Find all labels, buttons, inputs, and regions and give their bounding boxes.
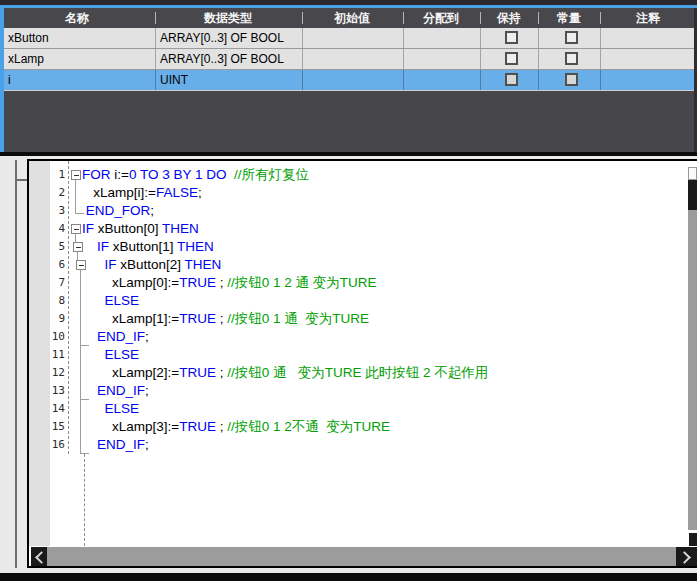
variable-row-xLamp[interactable]: xLampARRAY[0..3] OF BOOL xyxy=(4,49,694,70)
scroll-left-button[interactable] xyxy=(31,547,47,566)
code-line-14[interactable]: ELSE xyxy=(82,400,139,418)
header-separator xyxy=(302,12,303,24)
fold-marker[interactable] xyxy=(73,242,83,252)
fold-marker[interactable] xyxy=(71,170,81,180)
line-number-16: 16 xyxy=(29,436,65,454)
code-line-2[interactable]: xLamp[i]:=FALSE; xyxy=(82,184,202,202)
line-number-11: 11 xyxy=(29,346,65,364)
row-gridline xyxy=(480,49,481,69)
line-number-6: 6 xyxy=(29,256,65,274)
row-gridline xyxy=(538,49,539,69)
row-gridline xyxy=(155,70,156,90)
code-editor-panel: 12345678910111213141516 FOR i:=0 TO 3 BY… xyxy=(0,156,697,573)
fold-guide xyxy=(77,252,78,260)
column-header-1[interactable]: 名称 xyxy=(65,8,89,28)
variable-type[interactable]: ARRAY[0..3] OF BOOL xyxy=(160,28,284,48)
vertical-scrollbar-button[interactable] xyxy=(689,533,697,546)
row-gridline xyxy=(403,28,404,48)
line-number-3: 3 xyxy=(29,202,65,220)
retain-checkbox[interactable] xyxy=(505,73,518,86)
column-header-3[interactable]: 初始值 xyxy=(334,8,370,28)
fold-guide xyxy=(80,345,89,346)
fold-marker[interactable] xyxy=(76,260,86,270)
fold-guide xyxy=(75,213,84,214)
retain-checkbox[interactable] xyxy=(505,31,518,44)
constant-checkbox[interactable] xyxy=(565,73,578,86)
fold-guide xyxy=(75,180,76,214)
panel-border-left xyxy=(0,5,4,152)
variable-name[interactable]: xLamp xyxy=(8,49,44,69)
code-line-16[interactable]: END_IF; xyxy=(82,436,149,454)
variable-name[interactable]: i xyxy=(8,70,11,90)
row-gridline xyxy=(600,70,601,90)
code-line-3[interactable]: END_FOR; xyxy=(82,202,154,220)
variable-row-i[interactable]: iUINT xyxy=(4,70,694,91)
editor-border-bottom xyxy=(27,566,697,568)
retain-checkbox[interactable] xyxy=(505,52,518,65)
code-line-12[interactable]: xLamp[2]:=TRUE ; //按钮0 通 变为TURE 此时按钮 2 不… xyxy=(82,364,488,382)
code-line-7[interactable]: xLamp[0]:=TRUE ; //按钮0 1 2 通 变为TURE xyxy=(82,274,376,292)
variable-row-xButton[interactable]: xButtonARRAY[0..3] OF BOOL xyxy=(4,28,694,49)
code-line-10[interactable]: END_IF; xyxy=(82,328,149,346)
variable-type[interactable]: ARRAY[0..3] OF BOOL xyxy=(160,49,284,69)
line-number-5: 5 xyxy=(29,238,65,256)
line-number-12: 12 xyxy=(29,364,65,382)
row-gridline xyxy=(538,28,539,48)
fold-guide xyxy=(80,399,89,400)
row-gridline xyxy=(538,70,539,90)
variable-name[interactable]: xButton xyxy=(8,28,49,48)
code-line-11[interactable]: ELSE xyxy=(82,346,139,364)
row-gridline xyxy=(480,70,481,90)
line-number-9: 9 xyxy=(29,310,65,328)
gutter-separator-lower xyxy=(84,454,86,546)
column-header-4[interactable]: 分配到 xyxy=(423,8,459,28)
header-separator xyxy=(403,12,404,24)
row-gridline xyxy=(600,28,601,48)
line-number-7: 7 xyxy=(29,274,65,292)
constant-checkbox[interactable] xyxy=(565,52,578,65)
code-line-1[interactable]: FOR i:=0 TO 3 BY 1 DO //所有灯复位 xyxy=(82,166,309,184)
fold-guide xyxy=(80,453,89,454)
code-line-15[interactable]: xLamp[3]:=TRUE ; //按钮0 1 2不通 变为TURE xyxy=(82,418,390,436)
editor-border-top xyxy=(27,159,697,161)
margin-line xyxy=(15,160,17,568)
fold-guide xyxy=(80,270,81,454)
line-number-1: 1 xyxy=(29,166,65,184)
header-separator xyxy=(155,12,156,24)
row-gridline xyxy=(302,28,303,48)
scroll-right-button[interactable] xyxy=(676,547,697,566)
column-header-6[interactable]: 常量 xyxy=(557,8,581,28)
row-gridline xyxy=(155,28,156,48)
editor-split-handle[interactable] xyxy=(688,167,697,180)
fold-guide xyxy=(75,234,76,242)
line-number-13: 13 xyxy=(29,382,65,400)
table-header-row: 名称数据类型初始值分配到保持常量注释 xyxy=(4,8,694,28)
column-header-2[interactable]: 数据类型 xyxy=(204,8,252,28)
vertical-scrollbar-track[interactable] xyxy=(688,210,697,530)
code-line-13[interactable]: END_IF; xyxy=(82,382,149,400)
line-number-2: 2 xyxy=(29,184,65,202)
declaration-table-panel: 名称数据类型初始值分配到保持常量注释 xButtonARRAY[0..3] OF… xyxy=(0,5,697,152)
row-gridline xyxy=(480,28,481,48)
variable-type[interactable]: UINT xyxy=(160,70,188,90)
code-line-9[interactable]: xLamp[1]:=TRUE ; //按钮0 1 通 变为TURE xyxy=(82,310,369,328)
header-separator xyxy=(600,12,601,24)
code-line-4[interactable]: IF xButton[0] THEN xyxy=(82,220,199,238)
horizontal-scrollbar-thumb[interactable] xyxy=(47,547,676,566)
line-number-15: 15 xyxy=(29,418,65,436)
code-line-5[interactable]: IF xButton[1] THEN xyxy=(82,238,214,256)
chevron-left-icon xyxy=(35,551,48,564)
row-gridline xyxy=(403,70,404,90)
column-header-7[interactable]: 注释 xyxy=(636,8,660,28)
vertical-scrollbar-thumb[interactable] xyxy=(688,180,697,210)
code-line-6[interactable]: IF xButton[2] THEN xyxy=(82,256,221,274)
fold-marker[interactable] xyxy=(71,224,81,234)
constant-checkbox[interactable] xyxy=(565,31,578,44)
row-gridline xyxy=(403,49,404,69)
header-separator xyxy=(480,12,481,24)
column-header-5[interactable]: 保持 xyxy=(497,8,521,28)
header-separator xyxy=(538,12,539,24)
line-number-10: 10 xyxy=(29,328,65,346)
code-line-8[interactable]: ELSE xyxy=(82,292,139,310)
row-gridline xyxy=(302,70,303,90)
